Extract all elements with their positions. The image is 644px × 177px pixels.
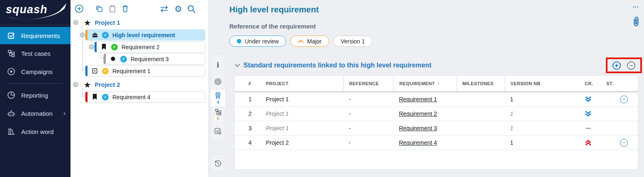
row-reference: - bbox=[343, 139, 394, 146]
column-header-version[interactable]: VERSION NB bbox=[505, 76, 579, 91]
sort-ascending-icon: ↑ bbox=[437, 81, 440, 86]
plus-circle-icon bbox=[75, 4, 84, 13]
criticality-chip-major[interactable]: Major bbox=[290, 36, 329, 47]
sidebar-item-campaigns[interactable]: Campaigns bbox=[0, 62, 70, 81]
tree-node-high-level-requirement[interactable]: ✓ High level requirement bbox=[85, 29, 205, 41]
swap-view-button[interactable] bbox=[159, 3, 170, 14]
criticality-critical-icon bbox=[579, 139, 601, 146]
row-project: Project 1 bbox=[260, 125, 343, 132]
project-color-bar bbox=[95, 42, 97, 52]
annotation-highlight-box bbox=[606, 57, 642, 73]
collapse-toggle[interactable]: − bbox=[89, 44, 94, 50]
tree-search-button[interactable] bbox=[186, 3, 197, 14]
requirement-link[interactable]: Requirement 4 bbox=[399, 139, 437, 146]
row-version: 1 bbox=[505, 139, 579, 146]
linked-requirements-anchor[interactable]: 5 bbox=[211, 106, 225, 123]
table-row: 4 Project 2 - Requirement 4 1 − bbox=[235, 136, 638, 150]
ellipsis-icon: ... bbox=[632, 2, 639, 9]
delete-button[interactable] bbox=[120, 3, 131, 14]
coverage-settings-anchor[interactable] bbox=[211, 123, 225, 139]
sidebar-item-reporting[interactable]: Reporting bbox=[0, 86, 70, 104]
unlink-row-button[interactable]: − bbox=[620, 96, 628, 103]
section-collapse-header[interactable]: Standard requirements linked to this hig… bbox=[235, 62, 431, 69]
column-header-project[interactable]: PROJECT bbox=[260, 76, 343, 91]
sidebar-item-label: Campaigns bbox=[21, 68, 53, 75]
history-rail bbox=[210, 154, 226, 172]
status-check-icon: ✓ bbox=[120, 56, 127, 62]
table-row: 2 Project 1 - Requirement 2 1 bbox=[235, 107, 638, 121]
test-cases-tree-icon bbox=[7, 49, 15, 57]
column-header-milestones[interactable]: MILESTONES bbox=[457, 76, 505, 91]
section-title: Standard requirements linked to this hig… bbox=[243, 62, 431, 69]
squash-app: squash Requirements Test cases bbox=[0, 0, 644, 177]
information-anchor[interactable]: i bbox=[211, 57, 225, 73]
add-node-button[interactable] bbox=[74, 3, 85, 14]
paste-button[interactable] bbox=[107, 3, 118, 14]
tree-node-requirement-3[interactable]: ✓ Requirement 3 bbox=[103, 53, 205, 65]
add-linked-requirement-button[interactable] bbox=[612, 61, 621, 70]
tree-node-requirement-2[interactable]: ✓ Requirement 2 bbox=[94, 41, 205, 53]
attachments-button[interactable] bbox=[632, 16, 641, 30]
version-chip[interactable]: Version 1 bbox=[333, 36, 372, 47]
tree-node-label: Project 1 bbox=[95, 19, 120, 26]
sidebar-item-automation[interactable]: Automation › bbox=[0, 104, 70, 122]
automation-robot-icon bbox=[7, 109, 15, 117]
verifying-test-cases-anchor[interactable]: 4 bbox=[211, 90, 225, 106]
tree-node-requirement-1[interactable]: ✓ Requirement 1 bbox=[85, 65, 205, 77]
tree-toolbar: ⚙ bbox=[70, 2, 208, 16]
checkbox-gear-icon bbox=[214, 127, 222, 135]
row-reference: - bbox=[343, 96, 394, 103]
row-project: Project 2 bbox=[260, 139, 343, 146]
column-header-requirement[interactable]: REQUIREMENT ↑ bbox=[394, 76, 457, 91]
column-header-criticality[interactable]: CR. bbox=[579, 76, 601, 91]
requirement-puzzle-icon bbox=[109, 56, 117, 62]
requirement-link[interactable]: Requirement 3 bbox=[399, 125, 437, 132]
tree-settings-button[interactable]: ⚙ bbox=[173, 3, 184, 14]
sidebar-item-action-word[interactable]: Action word bbox=[0, 122, 70, 141]
sidebar-item-test-cases[interactable]: Test cases bbox=[0, 44, 70, 62]
chip-label: Under review bbox=[245, 38, 279, 45]
collapse-toggle[interactable]: − bbox=[80, 32, 85, 38]
tree-node-requirement-4[interactable]: ✓ Requirement 4 bbox=[85, 91, 205, 103]
requirements-tree-panel: ⚙ ★ Project 1 − bbox=[70, 0, 209, 177]
requirement-detail-panel: High level requirement ... Reference of … bbox=[209, 0, 644, 177]
award-rosette-icon bbox=[214, 91, 222, 99]
row-reference: - bbox=[343, 125, 394, 132]
tree-node-label: High level requirement bbox=[112, 32, 175, 38]
table-row: 3 Project 1 - Requirement 3 1 bbox=[235, 121, 638, 136]
remove-linked-requirement-button[interactable] bbox=[627, 61, 636, 70]
minus-circle-icon bbox=[627, 61, 636, 70]
requirement-bookmark-icon bbox=[91, 94, 98, 100]
column-header-reference[interactable]: REFERENCE bbox=[343, 76, 394, 91]
criticality-minor-icon bbox=[579, 96, 601, 103]
column-header-num[interactable]: # bbox=[243, 76, 260, 91]
anchor-rail: i 4 bbox=[210, 54, 226, 142]
paperclip-icon bbox=[632, 16, 641, 28]
plus-circle-icon bbox=[612, 61, 621, 70]
more-options-button[interactable]: ... bbox=[632, 2, 639, 9]
column-header-status[interactable]: ST. bbox=[601, 76, 620, 91]
sidebar-group-divider bbox=[7, 83, 64, 84]
bullseye-icon bbox=[214, 78, 222, 86]
collapse-toggle[interactable]: − bbox=[73, 20, 78, 25]
collapse-toggle[interactable]: − bbox=[73, 82, 78, 87]
target-anchor[interactable] bbox=[211, 73, 225, 90]
status-check-icon: ✓ bbox=[102, 32, 109, 38]
history-clock-icon bbox=[214, 160, 222, 167]
linked-requirements-table: # PROJECT REFERENCE REQUIREMENT ↑ MILEST… bbox=[234, 75, 638, 170]
tree-node-label: Requirement 4 bbox=[112, 94, 151, 100]
requirement-link[interactable]: Requirement 1 bbox=[399, 96, 437, 103]
chip-label: Major bbox=[307, 38, 321, 45]
unlink-row-button[interactable]: − bbox=[620, 139, 628, 147]
status-chip-under-review[interactable]: Under review bbox=[229, 36, 286, 47]
row-reference: - bbox=[343, 110, 394, 117]
history-anchor[interactable] bbox=[211, 155, 225, 172]
gear-icon: ⚙ bbox=[175, 5, 182, 13]
tree-node-project-2[interactable]: ★ Project 2 bbox=[84, 81, 120, 89]
sidebar-item-requirements[interactable]: Requirements bbox=[0, 27, 70, 44]
requirement-link[interactable]: Requirement 2 bbox=[399, 110, 437, 117]
tree-node-project-1[interactable]: ★ Project 1 bbox=[84, 19, 120, 27]
row-version: 1 bbox=[505, 110, 579, 117]
copy-button[interactable] bbox=[94, 3, 104, 14]
table-row: 1 Project 1 - Requirement 1 1 − bbox=[235, 92, 638, 107]
